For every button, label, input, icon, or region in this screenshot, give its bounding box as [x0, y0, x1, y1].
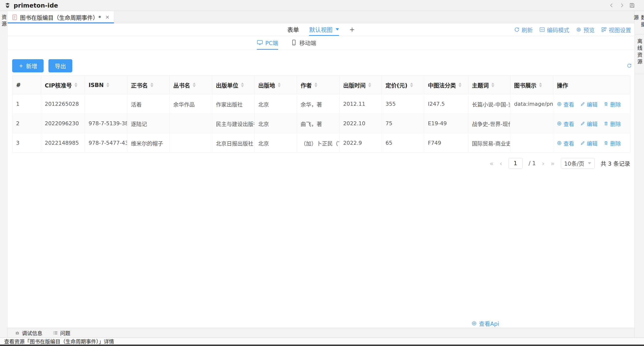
document-icon [12, 14, 17, 20]
next-page-button[interactable]: › [542, 160, 544, 167]
tab-form[interactable]: 表单 [287, 23, 299, 36]
cell-value: 余华，著 [300, 102, 322, 108]
cell-publisher: 北京日报出版社 [212, 133, 254, 153]
offline-resources-rail-section: 离线资源 [635, 35, 644, 74]
column-header-image[interactable]: 图书展示 [510, 76, 553, 94]
cell-subject: 战争史-世界-现代 [468, 114, 510, 133]
sort-icon[interactable] [410, 83, 413, 87]
cell-image [510, 133, 553, 153]
save-icon[interactable] [629, 2, 635, 9]
last-page-button[interactable]: » [550, 160, 555, 167]
tab-pc-label: PC端 [265, 39, 278, 47]
cell-series [170, 114, 212, 133]
code-mode-button[interactable]: 编码模式 [539, 26, 569, 34]
sort-icon[interactable] [314, 83, 318, 87]
tab-mobile[interactable]: 移动端 [291, 36, 316, 50]
cell-ops: 查看编辑删除 [553, 114, 630, 133]
sort-icon[interactable] [539, 83, 542, 87]
preview-button[interactable]: 预览 [576, 26, 594, 34]
history-forward-icon[interactable] [619, 2, 625, 9]
column-header-title[interactable]: 正书名 [127, 76, 170, 94]
file-tab-active[interactable]: 图书在版编目（生命周期事件）* ✕ [8, 11, 114, 23]
row-delete-button[interactable]: 删除 [604, 139, 621, 147]
cell-ops: 查看编辑删除 [553, 94, 630, 114]
workspace: 资源 图书在版编目（生命周期事件）* ✕ 表单 [0, 11, 644, 337]
tab-pc[interactable]: PC端 [257, 36, 278, 50]
debug-info-button[interactable]: 调试信息 [15, 329, 42, 336]
row-view-button[interactable]: 查看 [557, 120, 574, 127]
table-refresh-icon[interactable] [627, 63, 632, 68]
row-delete-button[interactable]: 删除 [604, 100, 621, 108]
sort-icon[interactable] [193, 83, 196, 87]
cell-idx: 2 [12, 114, 41, 133]
row-view-button[interactable]: 查看 [557, 100, 574, 108]
cell-cip: 2022096230 [41, 114, 85, 133]
column-header-isbn[interactable]: ISBN [85, 76, 127, 94]
table-header: #CIP核准号ISBN正书名丛书名出版单位出版地作者出版时间定价(元)中图法分类… [12, 76, 630, 94]
row-view-button[interactable]: 查看 [557, 139, 574, 147]
problems-button[interactable]: 问题 [53, 329, 70, 336]
sort-icon[interactable] [241, 83, 244, 87]
cell-value: 北京日报出版社 [216, 141, 253, 147]
cell-value: 75 [386, 120, 392, 126]
column-label: 中图法分类 [428, 81, 456, 89]
app-window: primeton-ide 资源 图书在版编目（生命周期事件）* [0, 0, 644, 346]
view-tabs-row: 表单 默认视图 + 刷新 [8, 23, 634, 36]
cell-idx: 3 [12, 133, 41, 153]
cell-publisher: 作家出版社 [212, 94, 254, 114]
cell-value: 65 [386, 140, 392, 146]
add-view-button[interactable]: + [349, 23, 355, 36]
refresh-button[interactable]: 刷新 [514, 26, 533, 34]
app-title: primeton-ide [14, 2, 58, 9]
sort-icon[interactable] [492, 83, 494, 87]
page-size-select[interactable]: 10条/页 [561, 158, 594, 168]
sort-icon[interactable] [278, 83, 280, 87]
view-settings-button[interactable]: 视图设置 [601, 26, 631, 34]
cell-idx: 1 [12, 94, 41, 114]
column-header-price[interactable]: 定价(元) [382, 76, 424, 94]
tab-default-view[interactable]: 默认视图 [309, 23, 339, 36]
row-edit-button[interactable]: 编辑 [580, 100, 598, 108]
left-rail: 资源 [0, 11, 8, 337]
close-icon[interactable]: ✕ [106, 14, 110, 20]
column-header-publisher[interactable]: 出版单位 [212, 76, 254, 94]
sort-icon[interactable] [150, 83, 153, 87]
trash-icon [604, 102, 608, 106]
row-view-button-label: 查看 [564, 120, 574, 127]
offline-resources-rail-tab[interactable]: 离线资源 [636, 39, 643, 70]
column-header-cip[interactable]: CIP核准号 [41, 76, 85, 94]
resources-rail-tab[interactable]: 资源 [0, 14, 7, 28]
cell-value: 978-7-5477-4378 [88, 140, 127, 146]
column-header-author[interactable]: 作者 [297, 76, 340, 94]
row-edit-button-label: 编辑 [587, 100, 598, 108]
history-back-icon[interactable] [608, 2, 615, 9]
cell-cip: 2012265028 [41, 94, 85, 114]
page-number-input[interactable]: 1 [508, 158, 522, 168]
sort-icon[interactable] [368, 83, 371, 87]
plus-icon: + [349, 26, 355, 33]
column-header-clc[interactable]: 中图法分类 [424, 76, 468, 94]
view-api-link[interactable]: 查看Api [472, 319, 499, 327]
column-header-subject[interactable]: 主题词 [468, 76, 510, 94]
sort-icon[interactable] [74, 83, 78, 87]
column-header-series[interactable]: 丛书名 [170, 76, 212, 94]
row-delete-button[interactable]: 删除 [604, 120, 621, 127]
prev-page-button[interactable]: ‹ [500, 160, 502, 167]
sort-icon[interactable] [458, 83, 462, 87]
row-edit-button[interactable]: 编辑 [580, 139, 598, 147]
cell-isbn: 978-7-5139-3866 [85, 114, 127, 133]
first-page-button[interactable]: « [490, 160, 494, 167]
add-button[interactable]: 新增 [12, 59, 44, 72]
cell-image [510, 114, 553, 133]
export-button[interactable]: 导出 [48, 59, 72, 72]
row-edit-button[interactable]: 编辑 [580, 120, 598, 127]
list-icon [53, 330, 58, 335]
cell-value: 2012.11 [343, 101, 365, 107]
column-header-place[interactable]: 出版地 [254, 76, 297, 94]
column-header-pub_date[interactable]: 出版时间 [340, 76, 382, 94]
chevron-down-icon[interactable] [336, 28, 339, 31]
cell-value: 1 [16, 101, 20, 107]
cell-value: 2022.10 [343, 120, 365, 126]
sort-icon[interactable] [106, 83, 109, 87]
cell-pub_date: 2012.11 [340, 94, 382, 114]
